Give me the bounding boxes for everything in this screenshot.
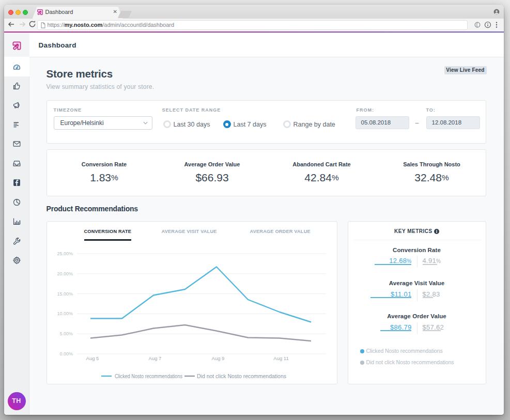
svg-text:Aug 9: Aug 9 (211, 355, 224, 361)
svg-text:Aug 11: Aug 11 (273, 355, 288, 361)
svg-text:Did not click Nosto recommenda: Did not click Nosto recommendations (197, 374, 286, 379)
svg-text:5.00%: 5.00% (59, 331, 73, 336)
svg-text:Clicked Nosto recommendations: Clicked Nosto recommendations (115, 374, 182, 379)
svg-text:Aug 5: Aug 5 (86, 355, 99, 361)
svg-text:0.00%: 0.00% (59, 351, 73, 356)
svg-text:Aug 7: Aug 7 (148, 355, 161, 361)
svg-text:15.00%: 15.00% (57, 291, 73, 297)
svg-text:25.00%: 25.00% (57, 251, 73, 256)
svg-text:10.00%: 10.00% (57, 311, 73, 316)
svg-text:20.00%: 20.00% (57, 271, 73, 276)
